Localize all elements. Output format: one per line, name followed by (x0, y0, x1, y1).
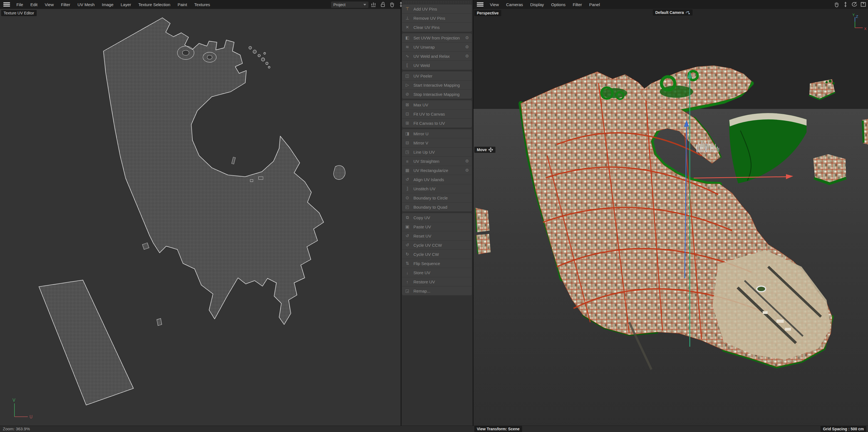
pan-hand-icon[interactable] (389, 1, 395, 7)
vp-dolly-arrows-icon[interactable] (842, 1, 848, 7)
menu-item-boundary-to-quad[interactable]: ◰ Boundary to Quad (402, 202, 472, 211)
gear-icon[interactable]: ⚙ (463, 35, 471, 40)
unwrap-icon: ≋ (404, 44, 411, 49)
menu-item-set-uvw-from-projection[interactable]: ◧ Set UVW from Projection ⚙ (402, 33, 472, 42)
menu-item-label: Unstitch UV (413, 187, 472, 191)
menu-item-align-uv-islands[interactable]: ↺ Align UV Islands (402, 175, 472, 184)
menu-item-uv-straighten[interactable]: ≡ UV Straighten ⚙ (402, 157, 472, 166)
menu-item-label: Mirror V (413, 140, 472, 145)
menu-texture-selection[interactable]: Texture Selection (135, 2, 174, 7)
vp-menu-view[interactable]: View (486, 2, 502, 7)
menu-item-store-uv[interactable]: ↓ Store UV (402, 268, 472, 277)
city-model-scene[interactable]: Y Z X (473, 0, 868, 432)
uv-island-chain[interactable] (249, 46, 270, 68)
menu-paint[interactable]: Paint (174, 2, 191, 7)
menu-item-mirror-v[interactable]: ⊟ Mirror V (402, 138, 472, 147)
weld-relax-icon: ∿ (404, 54, 411, 59)
menu-item-label: Remap... (413, 289, 472, 293)
menu-item-label: Flip Sequence (413, 261, 472, 266)
vp-rotate-icon[interactable] (851, 1, 858, 7)
menu-item-reset-uv[interactable]: ↺ Reset UV (402, 231, 472, 241)
menu-item-uv-rectangularize[interactable]: ▦ UV Rectangularize ⚙ (402, 166, 472, 175)
menu-item-clear-uv-pins[interactable]: ✕ Clear UV Pins (402, 23, 472, 32)
menu-item-boundary-to-circle[interactable]: ⊙ Boundary to Circle (402, 193, 472, 202)
menu-item-cycle-uv-cw[interactable]: ↻ Cycle UV CW (402, 250, 472, 259)
gear-icon[interactable]: ⚙ (463, 54, 471, 59)
strip-viewport-divider[interactable] (473, 0, 473, 432)
menu-item-flip-sequence[interactable]: ⇅ Flip Sequence (402, 259, 472, 268)
menu-item-label: Cycle UV CW (413, 252, 472, 257)
menu-item-unstitch-uv[interactable]: ⟧ Unstitch UV (402, 184, 472, 193)
remap-icon: ◲ (404, 288, 411, 293)
menu-item-stop-interactive-mapping[interactable]: ⊘ Stop Interactive Mapping (402, 90, 472, 99)
menu-item-line-up-uv[interactable]: ◳ Line Up UV (402, 147, 472, 157)
gear-icon[interactable]: ⚙ (463, 44, 471, 49)
uv-fragment-small-2[interactable] (157, 319, 162, 326)
triad-x-label: X (864, 27, 867, 31)
gear-icon[interactable]: ⚙ (463, 159, 471, 164)
menu-item-max-uv[interactable]: ⊠ Max UV (402, 100, 472, 109)
menu-item-label: Fit Canvas to UV (413, 121, 472, 126)
menu-item-uv-unwrap[interactable]: ≋ UV Unwrap ⚙ (402, 42, 472, 52)
vp-menu-display[interactable]: Display (527, 2, 548, 7)
menu-item-mirror-u[interactable]: ◨ Mirror U (402, 129, 472, 138)
menu-edit[interactable]: Edit (27, 2, 41, 7)
uv-editor-menubar: File Edit View Filter UV Mesh Image Laye… (0, 0, 401, 9)
world-axis-triad: Y Z X (852, 13, 867, 31)
unlock-icon[interactable] (379, 1, 386, 7)
hamburger-menu-icon[interactable] (3, 2, 10, 7)
texture-uv-editor-canvas[interactable]: V U (0, 9, 401, 426)
menu-view[interactable]: View (41, 2, 57, 7)
uv-island-parallelogram[interactable] (39, 280, 133, 405)
menu-item-fit-uv-to-canvas[interactable]: ⊡ Fit UV to Canvas (402, 109, 472, 119)
uv-fit-group: ⊠ Max UV ⊡ Fit UV to Canvas ⊞ Fit Canvas… (402, 100, 472, 128)
vp-menu-filter[interactable]: Filter (569, 2, 586, 7)
x-axis-arrow[interactable] (786, 174, 793, 179)
maximize-uv-icon: ⊠ (404, 102, 411, 107)
menu-item-label: UV Rectangularize (413, 168, 463, 173)
uv-fragment-small-1[interactable] (142, 243, 149, 250)
green-ridge-band[interactable] (729, 113, 807, 184)
vp-menu-panel[interactable]: Panel (586, 2, 603, 7)
vp-menu-cameras[interactable]: Cameras (502, 2, 527, 7)
menu-item-copy-uv[interactable]: ⧉ Copy UV (402, 213, 472, 222)
menu-item-fit-canvas-to-uv[interactable]: ⊞ Fit Canvas to UV (402, 119, 472, 128)
camera-label[interactable]: Default Camera (653, 9, 692, 15)
uv-island-main[interactable] (103, 18, 323, 325)
mirror-u-icon: ◨ (404, 131, 411, 136)
vp-pan-hand-icon[interactable] (833, 1, 840, 7)
menu-item-uv-weld[interactable]: ⟦ UV Weld (402, 61, 472, 70)
camera-swap-icon (686, 11, 690, 14)
menu-item-label: UV Straighten (413, 159, 463, 164)
viewport-hamburger-icon[interactable] (477, 2, 484, 7)
uv-island-east[interactable] (334, 166, 345, 180)
menu-item-remap[interactable]: ◲ Remap... (402, 287, 472, 295)
flip-sequence-icon: ⇅ (404, 261, 411, 266)
menu-item-cycle-uv-ccw[interactable]: ↺ Cycle UV CCW (402, 241, 472, 250)
menu-filter[interactable]: Filter (57, 2, 74, 7)
menu-item-restore-uv[interactable]: ↑ Restore UV (402, 277, 472, 287)
perspective-viewport[interactable]: Y Z X (473, 0, 868, 432)
vp-maximize-icon[interactable] (860, 1, 866, 7)
menu-item-start-interactive-mapping[interactable]: ▷ Start Interactive Mapping (402, 80, 472, 90)
menu-item-uv-weld-and-relax[interactable]: ∿ UV Weld and Relax ⚙ (402, 52, 472, 61)
menu-item-add-uv-pins[interactable]: ⊤ Add UV Pins (402, 4, 472, 13)
menu-item-remove-uv-pins[interactable]: ⊥ Remove UV Pins (402, 13, 472, 23)
boundary-circle-icon: ⊙ (404, 195, 411, 200)
palette-drag-grip[interactable] (402, 1, 471, 4)
menu-textures[interactable]: Textures (191, 2, 214, 7)
menu-image[interactable]: Image (98, 2, 117, 7)
vp-menu-options[interactable]: Options (548, 2, 569, 7)
left-strip-divider[interactable] (401, 0, 401, 432)
menu-item-uv-peeler[interactable]: ◫ UV Peeler (402, 71, 472, 80)
menu-layer[interactable]: Layer (117, 2, 135, 7)
uv-interactive-group: ◫ UV Peeler ▷ Start Interactive Mapping … (402, 71, 472, 99)
project-dropdown[interactable]: Project (331, 1, 369, 8)
dolly-arrows-icon[interactable] (398, 1, 404, 7)
histogram-icon[interactable] (370, 1, 377, 7)
view-label[interactable]: Perspective (474, 10, 501, 16)
menu-item-paste-uv[interactable]: ▣ Paste UV (402, 222, 472, 231)
menu-uv-mesh[interactable]: UV Mesh (74, 2, 98, 7)
menu-file[interactable]: File (13, 2, 27, 7)
gear-icon[interactable]: ⚙ (463, 168, 471, 173)
